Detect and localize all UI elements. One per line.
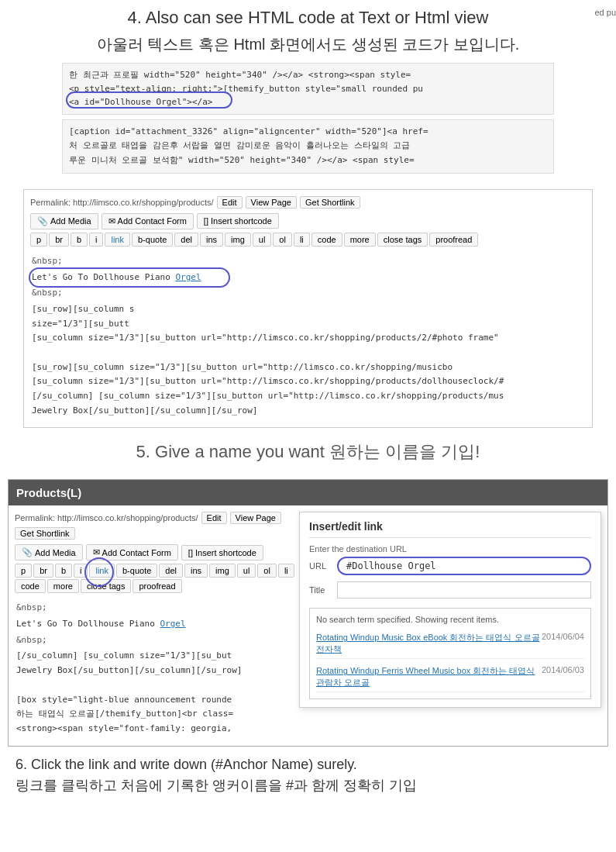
fmt-bquote[interactable]: b-quote bbox=[132, 233, 173, 247]
fmt2-proofread[interactable]: proofread bbox=[132, 579, 181, 593]
code-row-2: size="1/3"][su_butt bbox=[32, 317, 584, 332]
search-panel: No search term specified. Showing recent… bbox=[309, 608, 591, 699]
editor-content-2: &nbsp; Let's Go To Dollhouse Piano Orgel… bbox=[15, 596, 299, 739]
fmt2-ul[interactable]: ul bbox=[237, 564, 256, 578]
fmt-close-tags[interactable]: close tags bbox=[377, 233, 428, 247]
add-contact-form-label: Add Contact Form bbox=[118, 216, 187, 226]
fmt-proofread[interactable]: proofread bbox=[429, 233, 478, 247]
permalink-label-2: Permalink: http://limsco.co.kr/shopping/… bbox=[15, 513, 198, 523]
link-dialog: Insert/edit link Enter the destination U… bbox=[299, 512, 601, 708]
fmt2-ins[interactable]: ins bbox=[184, 564, 208, 578]
fmt-more[interactable]: more bbox=[344, 233, 376, 247]
fmt2-bquote[interactable]: b-quote bbox=[116, 564, 157, 578]
code-line-2: <p style="text-align: right;">[themify_b… bbox=[69, 82, 547, 96]
url-field-row: URL #Dollhouse Orgel bbox=[309, 557, 591, 575]
add-media-button[interactable]: 📎 Add Media bbox=[30, 213, 98, 229]
get-shortlink-button[interactable]: Get Shortlink bbox=[300, 196, 360, 209]
edit-button[interactable]: Edit bbox=[217, 196, 243, 209]
fmt-ol[interactable]: ol bbox=[273, 233, 292, 247]
fmt2-p[interactable]: p bbox=[15, 564, 32, 578]
editor-panel-1: Permalink: http://limsco.co.kr/shopping/… bbox=[23, 189, 593, 429]
shortcode-icon: [] bbox=[204, 216, 208, 226]
bottom-right: Insert/edit link Enter the destination U… bbox=[299, 512, 601, 739]
media-icon-2: 📎 bbox=[22, 547, 33, 557]
title-field-row: Title bbox=[309, 581, 591, 598]
title-input[interactable] bbox=[337, 581, 591, 598]
code2-row-5: 하는 태엽식 오르골[/themify_button]<br class= bbox=[16, 707, 298, 722]
fmt-br[interactable]: br bbox=[49, 233, 69, 247]
code-row-3: [su_column size="1/3"][su_button url="ht… bbox=[32, 331, 584, 346]
fmt-b[interactable]: b bbox=[71, 233, 88, 247]
fmt2-more[interactable]: more bbox=[47, 579, 79, 593]
permalink-bar-1: Permalink: http://limsco.co.kr/shopping/… bbox=[30, 196, 586, 209]
search-result-1: 2014/06/04 Rotating Windup Music Box eBo… bbox=[316, 629, 584, 659]
result-title-2[interactable]: Rotating Windup Ferris Wheel Music box 회… bbox=[316, 666, 535, 687]
code-line-3: <a id="Dollhouse Orgel"></a> bbox=[69, 95, 547, 109]
fmt2-i[interactable]: i bbox=[74, 564, 88, 578]
bottom-columns: Permalink: http://limsco.co.kr/shopping/… bbox=[15, 512, 601, 739]
link-dialog-title: Insert/edit link bbox=[309, 520, 591, 538]
anchor-line: Let's Go To Dollhouse Piano Orgel bbox=[32, 271, 584, 285]
no-term-text: No search term specified. Showing recent… bbox=[316, 615, 584, 624]
search-result-2: 2014/06/03 Rotating Windup Ferris Wheel … bbox=[316, 662, 584, 692]
fmt-p[interactable]: p bbox=[30, 233, 47, 247]
fmt2-img[interactable]: img bbox=[209, 564, 236, 578]
code-row-7: [/su_column] [su_column size="1/3"][su_b… bbox=[32, 389, 584, 404]
fmt2-b[interactable]: b bbox=[55, 564, 72, 578]
add-contact-form-label-2: Add Contact Form bbox=[102, 548, 171, 557]
fmt-li[interactable]: li bbox=[294, 233, 310, 247]
anchor-text-before: Let's Go To Dollhouse Piano bbox=[32, 272, 175, 282]
result-date-1: 2014/06/04 bbox=[542, 632, 584, 641]
insert-shortcode-button[interactable]: [] Insert shortcode bbox=[197, 213, 279, 229]
caption-line-3: 루운 미니처 오르골 보석함" width="520" height="340"… bbox=[69, 153, 547, 168]
code-block-top: 한 최근과 프로필 width="520" height="340" /></a… bbox=[62, 63, 554, 115]
media-icon: 📎 bbox=[37, 216, 48, 226]
url-label: Enter the destination URL bbox=[309, 544, 591, 554]
toolbar-row-2: 📎 Add Media ✉ Add Contact Form [] Insert… bbox=[15, 544, 299, 561]
fmt2-li[interactable]: li bbox=[278, 564, 294, 578]
insert-shortcode-button-2[interactable]: [] Insert shortcode bbox=[181, 545, 263, 561]
toolbar-row-1: 📎 Add Media ✉ Add Contact Form [] Insert… bbox=[30, 213, 586, 229]
bottom-editor: Permalink: http://limsco.co.kr/shopping/… bbox=[9, 505, 607, 745]
fmt2-br[interactable]: br bbox=[33, 564, 53, 578]
add-media-label-2: Add Media bbox=[35, 548, 76, 557]
add-contact-form-button[interactable]: ✉ Add Contact Form bbox=[102, 213, 194, 229]
add-contact-form-button-2[interactable]: ✉ Add Contact Form bbox=[86, 544, 178, 561]
url-field-label: URL bbox=[309, 561, 332, 571]
bottom-panel: Products(L) Permalink: http://limsco.co.… bbox=[8, 479, 608, 746]
fmt-code[interactable]: code bbox=[311, 233, 342, 247]
view-page-button[interactable]: View Page bbox=[246, 196, 297, 209]
nbsp-1: &nbsp; bbox=[32, 253, 584, 271]
get-shortlink-button-2[interactable]: Get Shortlink bbox=[15, 527, 75, 540]
fmt2-ol[interactable]: ol bbox=[257, 564, 277, 578]
edit-button-2[interactable]: Edit bbox=[201, 512, 227, 524]
result-date-2: 2014/06/03 bbox=[542, 665, 584, 674]
url-input[interactable]: #Dollhouse Orgel bbox=[337, 557, 591, 575]
step-5: 5. Give a name you want 원하는 이름을 기입! bbox=[0, 433, 616, 471]
permalink-bar-2: Permalink: http://limsco.co.kr/shopping/… bbox=[15, 512, 299, 540]
fmt2-link[interactable]: link bbox=[89, 564, 115, 578]
title-field-label: Title bbox=[309, 585, 332, 595]
fmt-link[interactable]: link bbox=[105, 233, 130, 247]
caption-line-1: [caption id="attachment_3326" align="ali… bbox=[69, 125, 547, 140]
step6-line2: 링크를 클릭하고 처음에 기록한 앵커이름을 #과 함께 정확히 기입 bbox=[15, 775, 601, 796]
nbsp-4: &nbsp; bbox=[16, 632, 298, 650]
fmt2-close-tags[interactable]: close tags bbox=[81, 579, 132, 593]
fmt-ul[interactable]: ul bbox=[253, 233, 272, 247]
fmt-del[interactable]: del bbox=[174, 233, 198, 247]
fmt-ins[interactable]: ins bbox=[200, 233, 223, 247]
fmt-img[interactable]: img bbox=[225, 233, 251, 247]
code-row-8: Jewelry Box[/su_button][/su_column][/su_… bbox=[32, 404, 584, 419]
anchor-link-2[interactable]: Orgel bbox=[160, 619, 185, 629]
step-6: 6. Click the link and write down (#Ancho… bbox=[0, 747, 616, 804]
nbsp-3: &nbsp; bbox=[16, 599, 298, 617]
fmt2-del[interactable]: del bbox=[159, 564, 183, 578]
add-media-button-2[interactable]: 📎 Add Media bbox=[15, 544, 83, 561]
anchor-link[interactable]: Orgel bbox=[175, 272, 201, 282]
fmt2-code[interactable]: code bbox=[15, 579, 46, 593]
fmt-i[interactable]: i bbox=[89, 233, 103, 247]
view-page-button-2[interactable]: View Page bbox=[230, 512, 281, 524]
insert-shortcode-label-2: Insert shortcode bbox=[195, 548, 256, 557]
result-title-1[interactable]: Rotating Windup Music Box eBook 회전하는 태엽식… bbox=[316, 633, 540, 654]
format-bar-2: p br b i link b-quote del ins img ul ol … bbox=[15, 564, 299, 593]
